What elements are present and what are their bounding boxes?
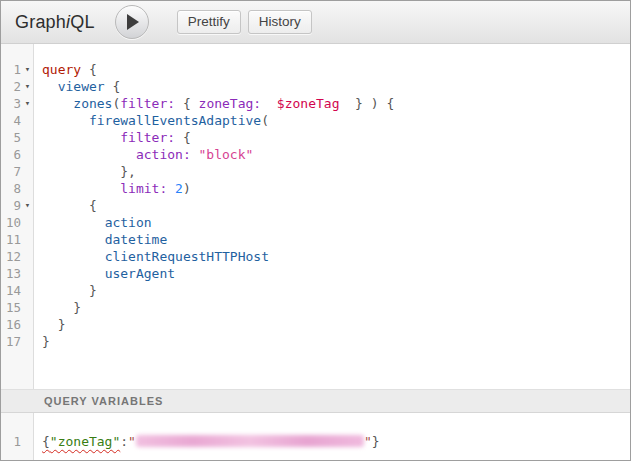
code-token: userAgent: [105, 266, 175, 281]
code-line: 9▾ {: [1, 197, 630, 214]
code-token: zones: [73, 96, 112, 111]
line-number: 11: [1, 231, 21, 248]
code-token: }: [42, 300, 81, 315]
gutter-cell: 15: [1, 299, 34, 316]
code-token: {: [175, 96, 198, 111]
code-line: 8 limit: 2): [1, 180, 630, 197]
code-line: 14 }: [1, 282, 630, 299]
code-text: viewer {: [34, 78, 120, 95]
code-token: }: [372, 434, 380, 449]
code-token: firewallEventsAdaptive: [89, 113, 261, 128]
play-icon: [127, 14, 139, 30]
fold-spacer: [21, 214, 34, 231]
gutter-cell: 7: [1, 163, 34, 180]
code-text: query {: [34, 61, 97, 78]
query-variables-editor[interactable]: 1{"zoneTag":""}: [1, 413, 630, 460]
gutter-cell: 1▾: [1, 61, 34, 78]
code-token: }: [42, 283, 97, 298]
code-token: ": [128, 434, 136, 449]
code-token: 2: [175, 181, 183, 196]
code-token: action:: [136, 147, 191, 162]
fold-spacer: [21, 248, 34, 265]
gutter-cell: 12: [1, 248, 34, 265]
line-number: 4: [1, 112, 21, 129]
gutter-cell: 2▾: [1, 78, 34, 95]
app-title-suffix: QL: [70, 12, 94, 32]
fold-arrow-icon[interactable]: ▾: [21, 78, 34, 95]
prettify-button[interactable]: Prettify: [177, 10, 241, 34]
code-token: filter:: [120, 96, 175, 111]
code-line: 17}: [1, 333, 630, 350]
toolbar: GraphiQL Prettify History: [1, 1, 630, 44]
code-token: [42, 96, 73, 111]
code-line: 2▾ viewer {: [1, 78, 630, 95]
code-text: }: [34, 299, 81, 316]
code-line: 16 }: [1, 316, 630, 333]
gutter-cell: 14: [1, 282, 34, 299]
line-number: 6: [1, 146, 21, 163]
code-text: limit: 2): [34, 180, 191, 197]
code-text: filter: {: [34, 129, 191, 146]
code-token: ": [364, 434, 372, 449]
code-token: [261, 96, 277, 111]
code-line: 3▾ zones(filter: { zoneTag: $zoneTag } )…: [1, 95, 630, 112]
query-editor[interactable]: 1▾query {2▾ viewer {3▾ zones(filter: { z…: [1, 44, 630, 389]
fold-spacer: [21, 180, 34, 197]
line-number: 9: [1, 197, 21, 214]
code-text: clientRequestHTTPHost: [34, 248, 269, 265]
variables-pane-header[interactable]: Query Variables: [1, 389, 630, 413]
code-token: {: [81, 62, 97, 77]
line-number: 3: [1, 95, 21, 112]
code-text: },: [34, 163, 136, 180]
code-line: 1▾query {: [1, 61, 630, 78]
code-token: [42, 181, 120, 196]
code-token: viewer: [58, 79, 105, 94]
fold-arrow-icon[interactable]: ▾: [21, 61, 34, 78]
code-line: 11 datetime: [1, 231, 630, 248]
line-number: 7: [1, 163, 21, 180]
code-line: 12 clientRequestHTTPHost: [1, 248, 630, 265]
line-number: 1: [1, 433, 21, 450]
code-text: }: [34, 333, 50, 350]
code-token: "block": [199, 147, 254, 162]
code-line: 6 action: "block": [1, 146, 630, 163]
code-token: {: [105, 79, 121, 94]
fold-arrow-icon[interactable]: ▾: [21, 197, 34, 214]
gutter-cell: 3▾: [1, 95, 34, 112]
code-text: zones(filter: { zoneTag: $zoneTag } ) {: [34, 95, 394, 112]
gutter-cell: 9▾: [1, 197, 34, 214]
redacted-zone-tag-value: [136, 435, 364, 447]
gutter-cell: 4: [1, 112, 34, 129]
line-number: 14: [1, 282, 21, 299]
fold-spacer: [21, 231, 34, 248]
code-line: 13 userAgent: [1, 265, 630, 282]
code-token: query: [42, 62, 81, 77]
gutter-cell: 5: [1, 129, 34, 146]
code-token: [42, 113, 89, 128]
code-token: [191, 147, 199, 162]
code-token: [42, 249, 105, 264]
code-token: zoneTag:: [199, 96, 262, 111]
line-number: 8: [1, 180, 21, 197]
code-token: [42, 215, 105, 230]
fold-spacer: [21, 299, 34, 316]
code-token: clientRequestHTTPHost: [105, 249, 269, 264]
code-line: 4 firewallEventsAdaptive(: [1, 112, 630, 129]
fold-spacer: [21, 333, 34, 350]
line-number: 2: [1, 78, 21, 95]
code-token: }: [42, 317, 65, 332]
fold-spacer: [21, 112, 34, 129]
fold-spacer: [21, 282, 34, 299]
code-line: 1{"zoneTag":""}: [1, 433, 630, 450]
gutter-cell: 11: [1, 231, 34, 248]
code-token: } ) {: [339, 96, 394, 111]
execute-query-button[interactable]: [115, 5, 149, 39]
code-token: ): [183, 181, 191, 196]
fold-spacer: [21, 316, 34, 333]
code-text: datetime: [34, 231, 167, 248]
history-button[interactable]: History: [248, 10, 312, 34]
gutter-cell: 8: [1, 180, 34, 197]
fold-spacer: [21, 129, 34, 146]
fold-arrow-icon[interactable]: ▾: [21, 95, 34, 112]
gutter-cell: 13: [1, 265, 34, 282]
